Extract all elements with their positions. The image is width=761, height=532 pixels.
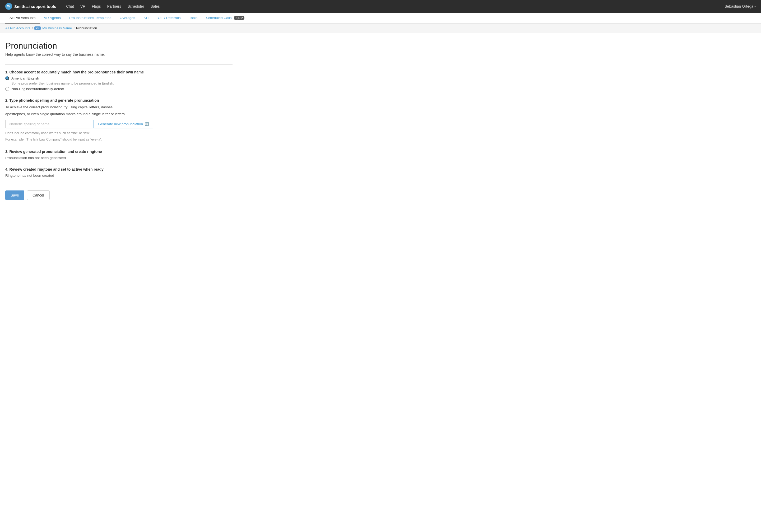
action-buttons: Save Cancel — [5, 190, 233, 205]
hint-text-2: For example: “The Isla Law Company” shou… — [5, 137, 233, 142]
step-3: 3. Review generated pronunciation and cr… — [5, 149, 233, 160]
tab-all-pro-accounts[interactable]: All Pro Accounts — [5, 13, 40, 24]
nav-flags[interactable]: Flags — [89, 3, 103, 10]
step-1: 1. Choose accent to accurately match how… — [5, 70, 233, 91]
radio-american-english[interactable]: American English — [5, 76, 233, 80]
user-menu[interactable]: Sebastián Ortega ▾ — [725, 4, 756, 9]
scheduled-calls-label: Scheduled Calls — [206, 16, 232, 20]
radio-group-accent: American English Some pros prefer their … — [5, 76, 233, 91]
logo: W Smith.ai support tools — [5, 3, 56, 10]
nav-scheduler[interactable]: Scheduler — [125, 3, 147, 10]
breadcrumb-business-name[interactable]: My Business Name — [42, 26, 72, 30]
nav-partners[interactable]: Partners — [105, 3, 124, 10]
tab-old-referrals[interactable]: OLD Referrals — [153, 13, 185, 24]
step-2-title: 2. Type phonetic spelling and generate p… — [5, 98, 233, 102]
vr-badge: VR — [34, 27, 41, 30]
top-nav: W Smith.ai support tools Chat VR Flags P… — [0, 0, 761, 13]
scheduled-calls-badge: 2,432 — [234, 16, 244, 20]
generate-pronunciation-button[interactable]: Generate new pronunciation 🔄 — [93, 120, 153, 129]
tab-scheduled-calls[interactable]: Scheduled Calls 2,432 — [202, 13, 249, 24]
radio-non-english-label: Non-English/Automatically-detect — [11, 87, 64, 91]
phonetic-spelling-input[interactable] — [5, 120, 93, 129]
tab-overages[interactable]: Overages — [115, 13, 140, 24]
logo-icon: W — [5, 3, 12, 10]
breadcrumb-root[interactable]: All Pro Accounts — [5, 26, 30, 30]
divider-bottom — [5, 185, 233, 185]
step-2-desc2: apostrophes, or even single quotation ma… — [5, 112, 233, 117]
breadcrumb-current: Pronunciation — [76, 26, 97, 30]
step-1-title: 1. Choose accent to accurately match how… — [5, 70, 233, 74]
logo-text: Smith.ai support tools — [14, 4, 56, 9]
refresh-icon: 🔄 — [145, 122, 149, 126]
breadcrumb: All Pro Accounts / VR My Business Name /… — [0, 24, 761, 33]
tab-vr-agents[interactable]: VR Agents — [40, 13, 65, 24]
nav-vr[interactable]: VR — [78, 3, 88, 10]
phonetic-input-row: Generate new pronunciation 🔄 — [5, 120, 153, 129]
breadcrumb-sep-2: / — [74, 26, 75, 30]
main-content: Pronunciation Help agents know the corre… — [0, 33, 238, 211]
nav-links: Chat VR Flags Partners Scheduler Sales — [63, 3, 725, 10]
tab-tools[interactable]: Tools — [185, 13, 202, 24]
page-subtitle: Help agents know the correct way to say … — [5, 52, 233, 57]
radio-american-english-input[interactable] — [5, 76, 9, 80]
tab-pro-instructions-templates[interactable]: Pro Instructions Templates — [65, 13, 115, 24]
generate-button-label: Generate new pronunciation — [98, 122, 143, 126]
hint-text-1: Don't include commonly used words such a… — [5, 131, 233, 136]
chevron-down-icon: ▾ — [754, 5, 756, 8]
step-3-status: Pronunciation has not been generated — [5, 156, 233, 160]
radio-non-english[interactable]: Non-English/Automatically-detect — [5, 87, 233, 91]
nav-chat[interactable]: Chat — [63, 3, 77, 10]
cancel-button[interactable]: Cancel — [27, 190, 50, 200]
tab-bar: All Pro Accounts VR Agents Pro Instructi… — [0, 13, 761, 24]
breadcrumb-sep-1: / — [32, 26, 33, 30]
nav-sales[interactable]: Sales — [148, 3, 162, 10]
step-4: 4. Review created ringtone and set to ac… — [5, 167, 233, 178]
step-4-title: 4. Review created ringtone and set to ac… — [5, 167, 233, 172]
page-title: Pronunciation — [5, 41, 233, 51]
step-2: 2. Type phonetic spelling and generate p… — [5, 98, 233, 142]
step-2-desc1: To achieve the correct pronunciation try… — [5, 105, 233, 110]
save-button[interactable]: Save — [5, 190, 24, 200]
step-3-title: 3. Review generated pronunciation and cr… — [5, 149, 233, 154]
tab-kpi[interactable]: KPI — [139, 13, 153, 24]
step-4-status: Ringtone has not been created — [5, 174, 233, 178]
radio-non-english-input[interactable] — [5, 87, 9, 91]
american-english-sublabel: Some pros prefer their business name to … — [11, 81, 233, 85]
radio-american-english-label: American English — [11, 76, 39, 80]
user-name: Sebastián Ortega — [725, 4, 753, 9]
